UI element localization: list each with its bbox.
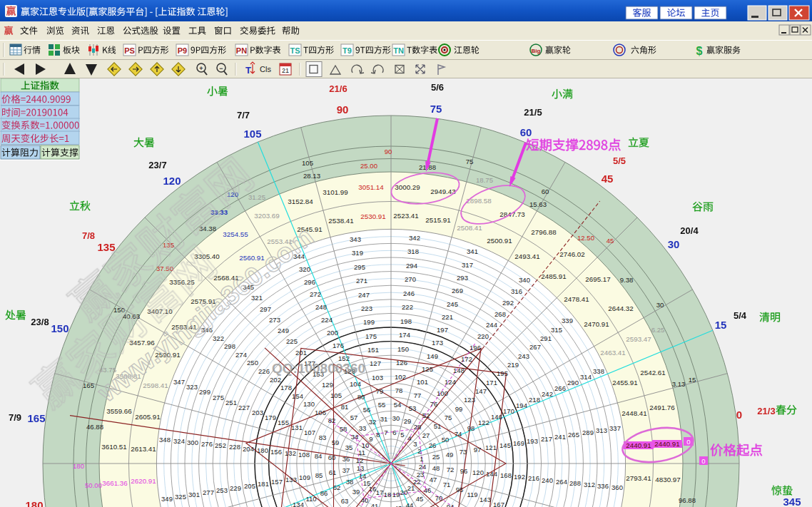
svg-text:110: 110 (305, 495, 316, 503)
svg-text:180: 180 (73, 462, 84, 470)
svg-text:295: 295 (354, 263, 365, 271)
svg-text:155: 155 (278, 419, 289, 426)
svg-text:+: + (199, 65, 203, 72)
svg-text:31: 31 (380, 415, 388, 423)
svg-text:50: 50 (442, 436, 450, 444)
svg-text:15: 15 (689, 376, 696, 384)
svg-text:29: 29 (404, 417, 412, 425)
svg-text:2605.91: 2605.91 (135, 413, 160, 421)
svg-text:21/3: 21/3 (757, 406, 775, 416)
svg-text:181: 181 (258, 480, 269, 488)
svg-text:273: 273 (269, 316, 280, 324)
svg-text:242: 242 (542, 390, 553, 398)
svg-text:Big: Big (532, 48, 541, 54)
svg-text:2455.91: 2455.91 (612, 379, 637, 386)
svg-text:50.00: 50.00 (85, 481, 102, 489)
svg-text:73: 73 (460, 448, 467, 456)
svg-text:221: 221 (442, 313, 453, 321)
svg-text:5/6: 5/6 (431, 82, 444, 93)
svg-text:154: 154 (292, 392, 303, 400)
svg-text:271: 271 (356, 277, 367, 285)
svg-text:343: 343 (350, 235, 361, 243)
svg-text:11: 11 (358, 449, 365, 456)
svg-text:9.38: 9.38 (620, 276, 634, 284)
svg-text:220: 220 (477, 332, 489, 340)
svg-text:105: 105 (243, 128, 261, 140)
svg-text:62: 62 (333, 483, 341, 491)
svg-text:313: 313 (596, 426, 607, 434)
svg-text:348: 348 (159, 436, 171, 444)
svg-text:218: 218 (529, 396, 540, 404)
svg-text:96: 96 (460, 467, 468, 475)
svg-text:94: 94 (447, 503, 455, 507)
svg-text:347: 347 (173, 378, 185, 386)
svg-text:35: 35 (345, 444, 353, 451)
svg-text:131: 131 (291, 424, 303, 431)
svg-text:83: 83 (319, 434, 327, 441)
svg-text:75: 75 (430, 103, 442, 115)
svg-text:19: 19 (392, 491, 400, 498)
svg-text:60: 60 (328, 454, 336, 461)
svg-text:217: 217 (541, 435, 552, 443)
svg-text:3: 3 (413, 440, 417, 448)
svg-text:103: 103 (372, 374, 383, 381)
svg-text:7: 7 (384, 429, 387, 436)
svg-text:99: 99 (455, 405, 463, 413)
svg-text:2515.91: 2515.91 (425, 216, 450, 224)
svg-text:21: 21 (282, 67, 289, 74)
svg-text:180: 180 (257, 446, 268, 454)
svg-text:289: 289 (582, 429, 594, 436)
svg-text:84: 84 (315, 452, 323, 460)
svg-text:30: 30 (392, 414, 400, 422)
svg-text:223: 223 (361, 304, 372, 312)
svg-text:38: 38 (346, 478, 354, 486)
svg-text:3.13: 3.13 (672, 380, 686, 388)
svg-text:98: 98 (467, 424, 475, 432)
svg-text:246: 246 (403, 290, 415, 297)
svg-text:192: 192 (514, 473, 525, 481)
svg-text:2493.41: 2493.41 (514, 252, 539, 260)
svg-text:314: 314 (580, 373, 592, 381)
svg-text:229: 229 (230, 484, 241, 492)
svg-text:13: 13 (357, 464, 365, 472)
svg-text:316: 316 (511, 287, 522, 295)
svg-text:277: 277 (203, 488, 214, 496)
svg-text:196: 196 (470, 344, 481, 352)
svg-text:296: 296 (304, 278, 315, 286)
svg-text:135: 135 (97, 241, 115, 253)
svg-text:100: 100 (437, 389, 448, 397)
svg-text:270: 270 (405, 275, 416, 283)
svg-text:165: 165 (27, 412, 45, 424)
svg-text:28: 28 (414, 423, 422, 431)
svg-text:268: 268 (494, 310, 506, 318)
svg-text:299: 299 (199, 388, 210, 396)
svg-text:317: 317 (462, 261, 473, 269)
svg-text:349: 349 (161, 495, 173, 503)
svg-text:178: 178 (280, 384, 292, 391)
svg-text:345: 345 (783, 496, 801, 507)
svg-text:292: 292 (502, 299, 514, 307)
svg-text:7/7: 7/7 (237, 110, 250, 121)
svg-text:39: 39 (352, 488, 360, 496)
svg-text:30: 30 (668, 238, 680, 250)
svg-text:167: 167 (493, 501, 504, 507)
svg-text:PS: PS (124, 46, 135, 55)
svg-text:193: 193 (527, 437, 538, 445)
svg-text:168: 168 (500, 471, 512, 479)
svg-text:275: 275 (213, 394, 224, 401)
svg-text:145: 145 (499, 441, 511, 449)
svg-text:12.50: 12.50 (577, 234, 594, 242)
svg-text:63: 63 (341, 497, 349, 505)
svg-text:120: 120 (472, 468, 484, 476)
svg-text:101: 101 (417, 378, 428, 386)
svg-text:27: 27 (422, 431, 430, 439)
svg-text:265: 265 (568, 431, 579, 439)
svg-text:104: 104 (350, 380, 361, 388)
svg-text:56: 56 (363, 406, 371, 414)
svg-text:171: 171 (486, 379, 497, 386)
svg-text:96.88: 96.88 (679, 496, 696, 504)
svg-text:37: 37 (342, 466, 350, 474)
svg-text:146: 146 (491, 413, 502, 421)
svg-text:105: 105 (330, 391, 342, 399)
svg-text:51: 51 (434, 422, 442, 430)
